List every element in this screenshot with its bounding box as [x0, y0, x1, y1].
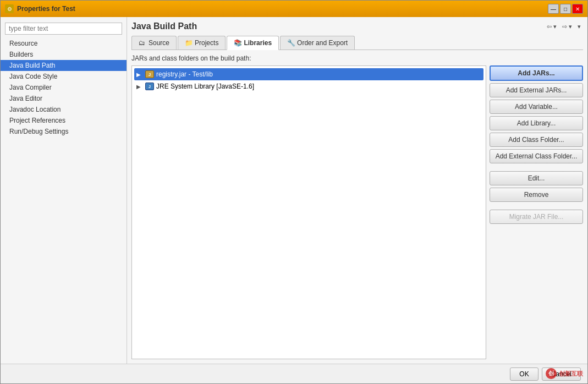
title-bar: ⚙ Properties for Test — □ ✕	[1, 1, 587, 17]
buttons-panel: Add JARs... Add External JARs... Add Var…	[490, 65, 583, 359]
tree-panel[interactable]: ▶ J registry.jar - Test/lib	[131, 65, 486, 359]
tab-projects[interactable]: 📁 Projects	[178, 36, 226, 50]
nav-arrows: ⇦ ▾ ⇨ ▾ ▾	[545, 22, 583, 31]
watermark-text: 创新互联	[559, 370, 583, 378]
title-bar-left: ⚙ Properties for Test	[5, 4, 75, 13]
watermark: 创 创新互联	[546, 368, 583, 379]
tree-item-registry-jar[interactable]: ▶ J registry.jar - Test/lib	[134, 68, 483, 80]
sidebar-item-java-compiler[interactable]: Java Compiler	[1, 82, 127, 93]
tree-item-label: registry.jar - Test/lib	[156, 70, 213, 78]
sidebar-item-builders[interactable]: Builders	[1, 49, 127, 60]
window-icon: ⚙	[5, 4, 14, 13]
remove-button[interactable]: Remove	[490, 188, 583, 202]
content-area: JARs and class folders on the build path…	[131, 54, 583, 359]
title-controls: — □ ✕	[548, 4, 583, 14]
tree-item-jre-library[interactable]: ▶ J JRE System Library [JavaSE-1.6]	[134, 80, 483, 92]
main-window: ⚙ Properties for Test — □ ✕ Resource Bui…	[0, 0, 588, 384]
tab-libraries[interactable]: 📚 Libraries	[227, 36, 279, 50]
tree-item-jre-label: JRE System Library [JavaSE-1.6]	[156, 83, 254, 90]
source-tab-icon: 🗂	[139, 39, 146, 47]
sidebar: Resource Builders Java Build Path Java C…	[1, 17, 127, 364]
add-jars-button[interactable]: Add JARs...	[490, 65, 583, 81]
tabs-bar: 🗂 Source 📁 Projects 📚 Libraries 🔧 Order …	[131, 36, 583, 50]
watermark-icon: 创	[546, 368, 557, 379]
sidebar-item-java-code-style[interactable]: Java Code Style	[1, 71, 127, 82]
add-library-button[interactable]: Add Library...	[490, 116, 583, 130]
edit-button[interactable]: Edit...	[490, 171, 583, 185]
libraries-tab-icon: 📚	[234, 39, 241, 47]
add-variable-button[interactable]: Add Variable...	[490, 100, 583, 114]
content-description: JARs and class folders on the build path…	[131, 54, 583, 62]
right-panel: Java Build Path ⇦ ▾ ⇨ ▾ ▾ 🗂 Source 📁 Pro…	[127, 17, 587, 364]
sidebar-item-project-references[interactable]: Project References	[1, 115, 127, 126]
add-external-jars-button[interactable]: Add External JARs...	[490, 83, 583, 97]
tree-expand-arrow: ▶	[136, 72, 143, 78]
button-separator-1	[490, 166, 583, 169]
migrate-jar-button[interactable]: Migrate JAR File...	[490, 210, 583, 224]
tab-source[interactable]: 🗂 Source	[131, 36, 177, 50]
sidebar-item-java-editor[interactable]: Java Editor	[1, 93, 127, 104]
nav-back-button[interactable]: ⇦ ▾	[545, 22, 559, 31]
ok-button[interactable]: OK	[510, 367, 538, 381]
add-external-class-folder-button[interactable]: Add External Class Folder...	[490, 149, 583, 163]
sidebar-item-resource[interactable]: Resource	[1, 38, 127, 49]
content-body: ▶ J registry.jar - Test/lib	[131, 65, 583, 359]
nav-menu-button[interactable]: ▾	[575, 22, 583, 31]
filter-input[interactable]	[5, 23, 122, 35]
maximize-button[interactable]: □	[560, 4, 571, 14]
order-export-tab-icon: 🔧	[287, 39, 295, 47]
tab-order-export[interactable]: 🔧 Order and Export	[280, 36, 355, 50]
button-separator-2	[490, 204, 583, 207]
add-class-folder-button[interactable]: Add Class Folder...	[490, 133, 583, 147]
sidebar-item-run-debug-settings[interactable]: Run/Debug Settings	[1, 126, 127, 137]
minimize-button[interactable]: —	[548, 4, 559, 14]
tree-expand-arrow-jre: ▶	[136, 84, 143, 90]
jar-icon: J	[145, 70, 154, 79]
window-title: Properties for Test	[17, 5, 75, 13]
panel-title: Java Build Path	[131, 21, 197, 31]
projects-tab-icon: 📁	[185, 39, 193, 47]
sidebar-item-java-build-path[interactable]: Java Build Path	[1, 60, 127, 71]
panel-header: Java Build Path ⇦ ▾ ⇨ ▾ ▾	[131, 21, 583, 31]
close-button[interactable]: ✕	[572, 4, 583, 14]
bottom-bar: OK Cancel 创 创新互联	[1, 364, 587, 383]
sidebar-item-javadoc-location[interactable]: Javadoc Location	[1, 104, 127, 115]
nav-forward-button[interactable]: ⇨ ▾	[560, 22, 574, 31]
jre-icon: J	[145, 82, 154, 91]
main-content: Resource Builders Java Build Path Java C…	[1, 17, 587, 364]
